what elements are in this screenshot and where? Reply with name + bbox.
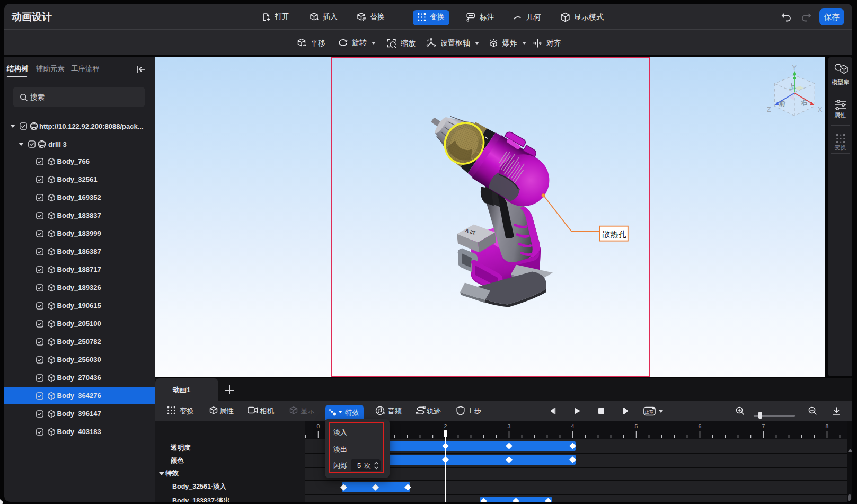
svg-text:7: 7 <box>762 423 765 429</box>
svg-text:右: 右 <box>800 98 808 107</box>
svg-text:3: 3 <box>508 423 511 429</box>
svg-text:Y: Y <box>792 64 797 71</box>
svg-text:正常: 正常 <box>645 409 654 414</box>
svg-text:6: 6 <box>699 423 702 429</box>
svg-text:4: 4 <box>571 423 575 429</box>
svg-text:2: 2 <box>444 423 447 429</box>
svg-text:散热孔: 散热孔 <box>602 229 627 238</box>
svg-text:8: 8 <box>826 423 829 429</box>
svg-text:X: X <box>818 105 823 113</box>
svg-text:0: 0 <box>317 423 320 429</box>
svg-text:5: 5 <box>635 423 638 429</box>
svg-text:Z: Z <box>767 105 771 113</box>
